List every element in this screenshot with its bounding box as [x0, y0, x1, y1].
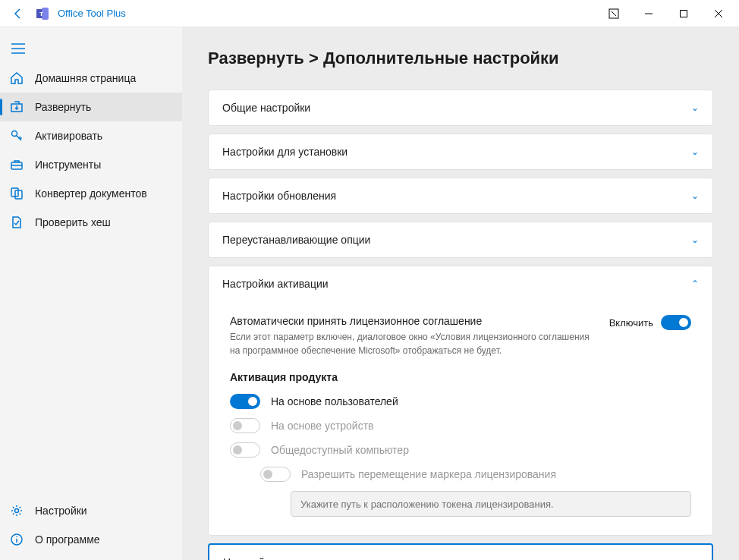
toggle-shared-computer[interactable] [230, 442, 260, 458]
sidebar-label: Активировать [35, 130, 102, 142]
panel-programs: Настройки программ ⌄ [208, 543, 713, 560]
setting-auto-accept-title: Автоматически принять лицензионное согла… [230, 315, 609, 327]
opt-roaming-label: Разрешить перемещение маркера лицензиров… [301, 468, 556, 480]
chevron-up-icon: ⌃ [691, 278, 699, 289]
opt-device-label: На основе устройств [271, 420, 374, 432]
opt-shared-label: Общедоступный компьютер [271, 444, 409, 456]
toggle-auto-accept[interactable] [661, 315, 691, 330]
deploy-icon [9, 99, 24, 115]
home-icon [9, 71, 24, 86]
sidebar-item-about[interactable]: О программе [0, 525, 182, 554]
sidebar-label: Проверить хеш [35, 216, 111, 228]
app-logo: T [33, 5, 52, 23]
setting-auto-accept-desc: Если этот параметр включен, диалоговое о… [230, 330, 594, 357]
sidebar-item-home[interactable]: Домашняя страница [0, 64, 182, 93]
toggle-device-based[interactable] [230, 418, 260, 433]
sidebar-label: Настройки [35, 505, 87, 517]
sidebar: Домашняя страница Развернуть Активироват… [0, 27, 182, 560]
sidebar-item-settings[interactable]: Настройки [0, 496, 182, 525]
svg-point-14 [15, 509, 19, 513]
chevron-down-icon: ⌄ [691, 102, 699, 113]
app-title: Office Tool Plus [58, 8, 596, 19]
token-path-input [291, 491, 691, 517]
toolbox-icon [9, 157, 24, 172]
key-icon [9, 128, 24, 143]
sidebar-label: Инструменты [35, 159, 101, 171]
convert-icon [9, 186, 24, 201]
panel-install: Настройки для установки ⌄ [208, 134, 713, 170]
panel-header-activation[interactable]: Настройки активации ⌃ [209, 266, 712, 301]
info-icon [9, 532, 24, 547]
content-area: Развернуть > Дополнительные настройки Об… [182, 27, 739, 560]
toggle-user-based[interactable] [230, 394, 260, 409]
panel-activation: Настройки активации ⌃ Автоматически прин… [208, 266, 713, 536]
svg-point-10 [12, 131, 17, 137]
sidebar-label: Развернуть [35, 101, 91, 113]
chevron-down-icon: ⌄ [691, 146, 699, 157]
breadcrumb: Развернуть > Дополнительные настройки [208, 49, 713, 68]
sidebar-label: Домашняя страница [35, 72, 136, 84]
panel-general: Общие настройки ⌄ [208, 90, 713, 126]
enable-label: Включить [609, 317, 653, 329]
chevron-down-icon: ⌄ [691, 234, 699, 245]
toggle-roaming [260, 467, 291, 482]
sidebar-item-activate[interactable]: Активировать [0, 121, 182, 150]
chevron-down-icon: ⌄ [690, 557, 698, 560]
panel-update: Настройки обновления ⌄ [208, 178, 713, 214]
sidebar-label: Конвертер документов [35, 187, 147, 200]
panel-header-general[interactable]: Общие настройки ⌄ [209, 90, 712, 125]
sidebar-item-converter[interactable]: Конвертер документов [0, 179, 182, 208]
panel-header-install[interactable]: Настройки для установки ⌄ [209, 134, 712, 169]
panel-reinstall: Переустанавливающие опции ⌄ [208, 222, 713, 258]
command-button[interactable] [596, 0, 631, 27]
hamburger-button[interactable] [0, 33, 36, 64]
maximize-button[interactable] [666, 0, 701, 27]
panel-header-programs[interactable]: Настройки программ ⌄ [209, 545, 712, 560]
close-button[interactable] [701, 0, 736, 27]
svg-text:T: T [39, 11, 43, 17]
chevron-down-icon: ⌄ [691, 190, 699, 201]
sidebar-item-tools[interactable]: Инструменты [0, 150, 182, 179]
product-activation-heading: Активация продукта [230, 371, 691, 383]
sidebar-item-deploy[interactable]: Развернуть [0, 93, 182, 121]
svg-point-16 [16, 536, 17, 538]
minimize-button[interactable] [631, 0, 666, 27]
panel-header-reinstall[interactable]: Переустанавливающие опции ⌄ [209, 222, 712, 257]
file-check-icon [9, 215, 24, 230]
titlebar: T Office Tool Plus [0, 0, 739, 27]
panel-header-update[interactable]: Настройки обновления ⌄ [209, 178, 712, 213]
sidebar-label: О программе [35, 533, 100, 546]
opt-user-label: На основе пользователей [271, 395, 398, 407]
gear-icon [9, 503, 24, 518]
back-button[interactable] [3, 0, 33, 27]
svg-rect-5 [681, 10, 687, 17]
sidebar-item-hash[interactable]: Проверить хеш [0, 208, 182, 237]
